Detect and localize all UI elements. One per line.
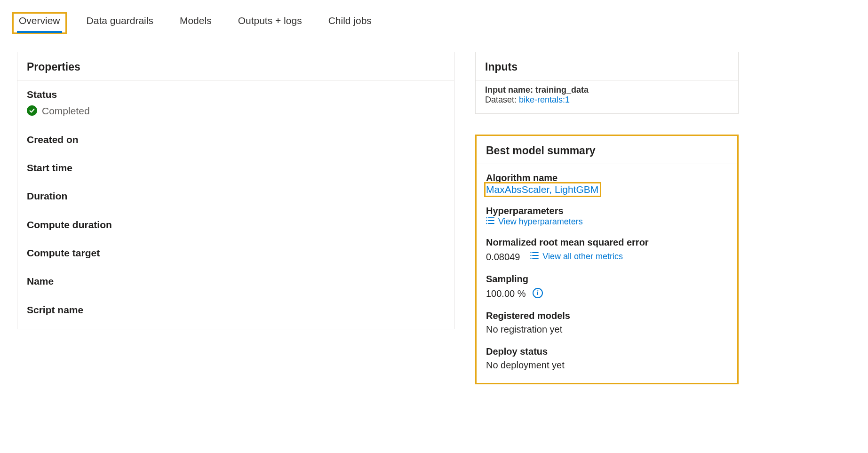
- panel-title: Inputs: [485, 61, 729, 73]
- property-compute-duration: Compute duration: [27, 218, 445, 231]
- property-value: Completed: [42, 104, 90, 118]
- tab-overview[interactable]: Overview: [17, 11, 62, 33]
- list-icon: [486, 217, 494, 227]
- nrmse-section: Normalized root mean squared error 0.080…: [486, 236, 728, 263]
- input-name-value: training_data: [535, 85, 589, 95]
- properties-panel: Properties Status Completed Created on: [17, 52, 454, 329]
- link-label: View all other metrics: [542, 252, 623, 262]
- view-hyperparameters-link[interactable]: View hyperparameters: [486, 217, 583, 227]
- panel-title: Properties: [27, 61, 445, 73]
- property-label: Duration: [27, 190, 445, 203]
- best-model-summary-panel: Best model summary Algorithm name MaxAbs…: [475, 135, 739, 384]
- property-created-on: Created on: [27, 133, 445, 146]
- link-label: View hyperparameters: [498, 217, 583, 227]
- inputs-panel: Inputs Input name: training_data Dataset…: [475, 52, 739, 114]
- deploy-status-label: Deploy status: [486, 345, 728, 358]
- hyperparameters-section: Hyperparameters View hyperparameters: [486, 205, 728, 227]
- algorithm-name-link[interactable]: MaxAbsScaler, LightGBM: [486, 184, 598, 195]
- input-name-label: Input name:: [485, 85, 533, 95]
- svg-point-4: [486, 220, 487, 221]
- info-icon[interactable]: i: [533, 288, 543, 298]
- registered-models-section: Registered models No registration yet: [486, 310, 728, 336]
- property-label: Status: [27, 88, 445, 101]
- deploy-status-value: No deployment yet: [486, 358, 728, 372]
- tab-data-guardrails[interactable]: Data guardrails: [85, 11, 155, 33]
- property-label: Start time: [27, 161, 445, 175]
- panel-header: Best model summary: [477, 136, 737, 164]
- registered-models-label: Registered models: [486, 310, 728, 322]
- tabs-bar: Overview Data guardrails Models Outputs …: [0, 0, 868, 33]
- property-label: Compute duration: [27, 218, 445, 231]
- view-all-metrics-link[interactable]: View all other metrics: [530, 252, 623, 262]
- svg-point-11: [531, 257, 532, 258]
- svg-point-10: [531, 254, 532, 255]
- algorithm-name-section: Algorithm name MaxAbsScaler, LightGBM: [486, 172, 728, 195]
- property-duration: Duration: [27, 190, 445, 203]
- property-status: Status Completed: [27, 88, 445, 118]
- dataset-row: Dataset: bike-rentals:1: [485, 95, 729, 105]
- tab-child-jobs[interactable]: Child jobs: [326, 11, 374, 33]
- svg-point-5: [486, 223, 487, 224]
- svg-point-3: [486, 217, 487, 218]
- registered-models-value: No registration yet: [486, 323, 728, 336]
- sampling-label: Sampling: [486, 273, 728, 285]
- list-icon: [530, 252, 539, 262]
- tab-label: Overview: [19, 15, 60, 26]
- panel-header: Properties: [17, 52, 454, 80]
- property-compute-target: Compute target: [27, 246, 445, 260]
- algorithm-label: Algorithm name: [486, 172, 728, 184]
- sampling-value: 100.00 %: [486, 287, 526, 300]
- dataset-label: Dataset:: [485, 95, 517, 104]
- tab-models[interactable]: Models: [178, 11, 214, 33]
- dataset-link[interactable]: bike-rentals:1: [519, 95, 570, 104]
- input-name-row: Input name: training_data: [485, 85, 729, 95]
- hyperparameters-label: Hyperparameters: [486, 205, 728, 217]
- property-start-time: Start time: [27, 161, 445, 175]
- property-label: Compute target: [27, 246, 445, 260]
- property-label: Script name: [27, 303, 445, 317]
- deploy-status-section: Deploy status No deployment yet: [486, 345, 728, 372]
- tab-outputs-logs[interactable]: Outputs + logs: [236, 11, 304, 33]
- sampling-section: Sampling 100.00 % i: [486, 273, 728, 300]
- panel-title: Best model summary: [486, 144, 728, 157]
- property-label: Name: [27, 275, 445, 288]
- check-circle-icon: [27, 105, 37, 116]
- panel-header: Inputs: [476, 52, 738, 80]
- svg-point-9: [531, 252, 532, 253]
- nrmse-value: 0.08049: [486, 250, 520, 263]
- nrmse-label: Normalized root mean squared error: [486, 236, 728, 248]
- property-label: Created on: [27, 133, 445, 146]
- property-script-name: Script name: [27, 303, 445, 317]
- property-name: Name: [27, 275, 445, 288]
